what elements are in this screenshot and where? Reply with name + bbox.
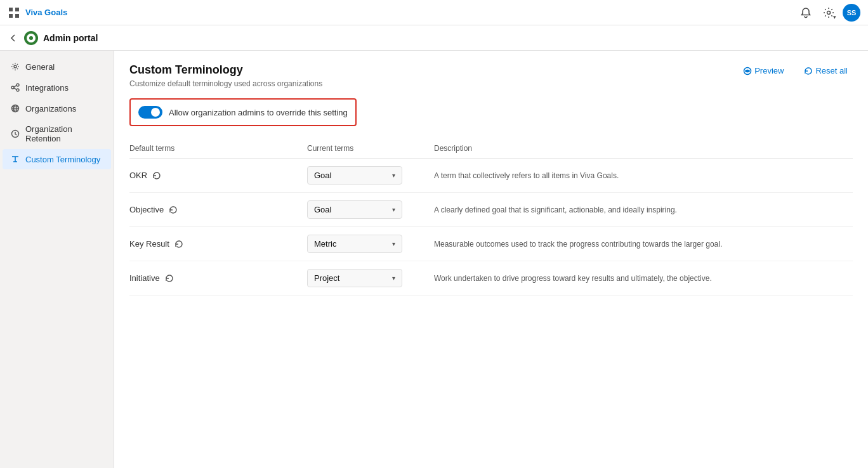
description-cell: Measurable outcomes used to track the pr… <box>434 240 853 249</box>
default-term-okr: OKR <box>129 171 147 180</box>
sidebar-label-custom-terminology: Custom Terminology <box>25 155 100 164</box>
reset-all-label: Reset all <box>815 66 848 75</box>
default-term-cell: Objective <box>129 205 307 214</box>
override-toggle[interactable] <box>138 106 162 119</box>
table-header: Default terms Current terms Description <box>129 139 853 159</box>
notification-icon[interactable] <box>797 4 815 22</box>
default-term-objective: Objective <box>129 205 164 214</box>
col-header-current: Current terms <box>307 144 434 153</box>
svg-rect-2 <box>9 14 13 18</box>
layout: General Integrations <box>0 51 868 468</box>
svg-point-4 <box>827 11 831 14</box>
current-term-value-objective: Goal <box>314 205 331 214</box>
globe-icon <box>10 103 20 114</box>
second-bar: Admin portal <box>0 25 868 51</box>
back-button[interactable] <box>8 32 19 44</box>
page-header-left: Custom Terminology Customize default ter… <box>129 63 322 88</box>
default-term-cell: Key Result <box>129 239 307 249</box>
default-term-cell: OKR <box>129 171 307 180</box>
app-grid-icon[interactable] <box>8 6 20 19</box>
top-bar: Viva Goals ▾ SS <box>0 0 868 25</box>
sidebar-item-general[interactable]: General <box>3 56 111 77</box>
sidebar-item-integrations[interactable]: Integrations <box>3 77 111 98</box>
svg-line-9 <box>14 86 16 88</box>
table-row: Initiative Project ▾ Work undertaken to … <box>129 261 853 296</box>
sidebar: General Integrations <box>0 51 114 468</box>
main-content: Custom Terminology Customize default ter… <box>114 51 868 468</box>
current-term-select-initiative[interactable]: Project ▾ <box>307 269 402 287</box>
chevron-down-icon: ▾ <box>392 206 395 213</box>
page-subtitle: Customize default terminology used acros… <box>129 79 322 88</box>
sidebar-label-organizations: Organizations <box>25 104 76 114</box>
sidebar-item-org-retention[interactable]: Organization Retention <box>3 119 111 148</box>
svg-rect-3 <box>15 14 19 18</box>
sidebar-label-integrations: Integrations <box>25 83 69 93</box>
chevron-down-icon: ▾ <box>392 275 395 282</box>
description-okr: A term that collectively refers to all i… <box>434 171 619 180</box>
current-term-value-okr: Goal <box>314 171 331 180</box>
svg-point-5 <box>14 65 16 68</box>
page-title: Custom Terminology <box>129 63 322 77</box>
default-term-initiative: Initiative <box>129 273 160 283</box>
page-header: Custom Terminology Customize default ter… <box>129 63 853 88</box>
toggle-label: Allow organization admins to override th… <box>169 108 348 117</box>
svg-point-6 <box>11 86 14 89</box>
chevron-down-icon: ▾ <box>392 172 395 179</box>
current-term-select-okr[interactable]: Goal ▾ <box>307 166 402 185</box>
table-row: Key Result Metric ▾ Measurable outcomes … <box>129 227 853 261</box>
description-cell: A clearly defined goal that is significa… <box>434 205 853 214</box>
settings-icon[interactable]: ▾ <box>820 4 838 22</box>
toggle-section: Allow organization admins to override th… <box>129 98 357 126</box>
description-keyresult: Measurable outcomes used to track the pr… <box>434 240 722 249</box>
current-term-cell: Goal ▾ <box>307 166 434 185</box>
reset-icon-objective[interactable] <box>169 205 178 214</box>
preview-label: Preview <box>754 66 784 75</box>
svg-point-18 <box>747 70 749 72</box>
chevron-down-icon: ▾ <box>392 240 395 247</box>
portal-title: Admin portal <box>43 33 98 43</box>
description-cell: A term that collectively refers to all i… <box>434 171 853 180</box>
top-bar-right: ▾ SS <box>797 4 860 22</box>
svg-point-8 <box>16 89 19 91</box>
table-row: OKR Goal ▾ A term that collectively refe… <box>129 159 853 193</box>
col-header-default: Default terms <box>129 144 307 153</box>
integrations-icon <box>10 82 20 93</box>
sidebar-item-organizations[interactable]: Organizations <box>3 98 111 119</box>
default-term-cell: Initiative <box>129 273 307 283</box>
sidebar-label-org-retention: Organization Retention <box>25 124 103 143</box>
user-avatar[interactable]: SS <box>843 4 860 22</box>
retention-icon <box>10 129 20 139</box>
current-term-cell: Metric ▾ <box>307 235 434 253</box>
default-term-keyresult: Key Result <box>129 239 169 249</box>
gear-icon <box>10 62 20 72</box>
text-icon <box>10 154 20 164</box>
current-term-cell: Goal ▾ <box>307 200 434 219</box>
reset-icon-initiative[interactable] <box>165 274 174 283</box>
current-term-select-objective[interactable]: Goal ▾ <box>307 200 402 219</box>
reset-all-button[interactable]: Reset all <box>799 63 853 78</box>
sidebar-item-custom-terminology[interactable]: Custom Terminology <box>3 149 111 169</box>
svg-rect-0 <box>9 8 13 11</box>
top-bar-left: Viva Goals <box>8 6 797 19</box>
sidebar-label-general: General <box>25 62 55 72</box>
reset-icon-okr[interactable] <box>152 171 161 180</box>
header-actions: Preview Reset all <box>738 63 853 78</box>
description-cell: Work undertaken to drive progress toward… <box>434 274 853 283</box>
description-initiative: Work undertaken to drive progress toward… <box>434 274 712 283</box>
table-row: Objective Goal ▾ A clearly defined goal … <box>129 193 853 227</box>
reset-icon-keyresult[interactable] <box>174 240 183 249</box>
svg-point-7 <box>16 84 19 86</box>
app-title[interactable]: Viva Goals <box>25 8 67 17</box>
svg-rect-1 <box>15 8 19 11</box>
preview-button[interactable]: Preview <box>738 63 789 78</box>
current-term-select-keyresult[interactable]: Metric ▾ <box>307 235 402 253</box>
current-term-value-keyresult: Metric <box>314 239 336 249</box>
svg-line-10 <box>14 88 16 90</box>
description-objective: A clearly defined goal that is significa… <box>434 205 677 214</box>
current-term-value-initiative: Project <box>314 273 339 283</box>
col-header-description: Description <box>434 144 853 153</box>
portal-logo <box>24 31 38 45</box>
current-term-cell: Project ▾ <box>307 269 434 287</box>
